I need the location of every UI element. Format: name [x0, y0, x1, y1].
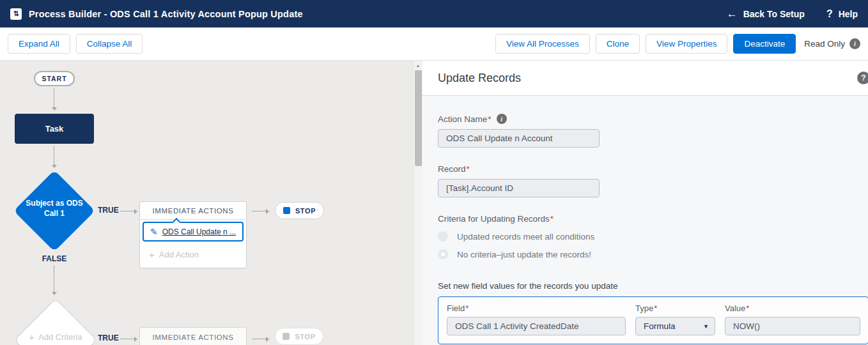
add-action-label: Add Action: [159, 250, 199, 259]
criteria-option-conditions: Updated records meet all conditions: [438, 231, 868, 241]
scrollbar-thumb[interactable]: [415, 70, 422, 166]
criteria-group: Criteria for Updating Records* Updated r…: [438, 214, 868, 259]
type-label-row: Type*: [635, 303, 715, 313]
immediate-actions-header: IMMEDIATE ACTIONS: [140, 202, 246, 220]
scrollbar-up-arrow-icon[interactable]: ▲: [414, 61, 422, 70]
toolbar: Expand All Collapse All View All Process…: [0, 27, 868, 61]
back-to-setup-link[interactable]: ← Back To Setup: [727, 8, 805, 20]
required-asterisk: *: [654, 303, 657, 313]
main-area: START Task Subject as ODS Call 1 TRUE IM…: [0, 61, 868, 345]
action-ods-call-update[interactable]: ✎ ODS Call Update n ...: [143, 222, 244, 241]
connector-false-next: [54, 265, 54, 295]
false-branch-label: FALSE: [41, 254, 68, 263]
record-label-row: Record*: [438, 164, 868, 174]
stop-node: STOP: [275, 202, 324, 219]
stop-square-icon: [283, 333, 290, 340]
connector-true-actions: [120, 211, 137, 211]
set-values-heading: Set new field values for the records you…: [438, 281, 868, 291]
connector-start-task: [54, 88, 54, 110]
required-asterisk: *: [488, 114, 491, 124]
help-label: Help: [839, 9, 858, 19]
header-actions: ← Back To Setup ? Help: [727, 8, 858, 20]
help-link[interactable]: ? Help: [826, 8, 858, 20]
value-label-row: Value*: [725, 303, 860, 313]
process-builder-app-icon: ⇅: [10, 8, 22, 20]
record-group: Record* [Task].Account ID: [438, 164, 868, 197]
action-name-label-row: Action Name* i: [438, 114, 868, 124]
canvas-scrollbar[interactable]: ▲: [413, 61, 422, 345]
action-name-group: Action Name* i ODS Call Update n Account: [438, 114, 868, 148]
expand-all-button[interactable]: Expand All: [8, 34, 70, 54]
stop-label-2: STOP: [295, 333, 315, 341]
value-label: Value*: [725, 303, 749, 313]
type-dropdown-value: Formula: [644, 321, 676, 331]
decision-node-subject-as-ods-call-1[interactable]: [13, 170, 95, 251]
connector-true-actions-2: [120, 339, 137, 339]
true-branch-label-2: TRUE: [98, 334, 119, 342]
plus-icon: +: [149, 249, 155, 260]
required-asterisk: *: [467, 164, 470, 174]
value-input: NOW(): [725, 317, 860, 335]
task-node[interactable]: Task: [15, 114, 94, 144]
radio-unselected-icon: [438, 231, 448, 241]
immediate-actions-header-2: IMMEDIATE ACTIONS: [140, 328, 246, 345]
immediate-actions-box-2: IMMEDIATE ACTIONS: [139, 327, 247, 345]
value-column: Value* NOW(): [725, 303, 860, 335]
back-arrow-icon: ←: [727, 8, 738, 20]
criteria-label-row: Criteria for Updating Records*: [438, 214, 868, 224]
action-link-label: ODS Call Update n ...: [162, 227, 236, 236]
radio-selected-icon: [438, 249, 448, 259]
required-asterisk: *: [550, 214, 554, 224]
type-label: Type*: [635, 303, 657, 313]
question-mark-icon: ?: [826, 8, 833, 20]
criteria-option-label: No criteria–just update the records!: [457, 250, 591, 259]
connector-actions-stop-2: [252, 339, 268, 339]
true-branch-label: TRUE: [98, 206, 119, 215]
field-column: Field* ODS Call 1 Activity CreatedDate: [447, 303, 626, 335]
back-to-setup-label: Back To Setup: [743, 9, 805, 19]
connector-actions-stop: [252, 211, 268, 211]
read-only-label: Read Only: [804, 39, 845, 49]
field-label: Field*: [447, 303, 469, 313]
update-records-panel: Update Records ? Action Name* i ODS Call…: [422, 61, 868, 345]
toolbar-left: Expand All Collapse All: [8, 34, 143, 54]
field-input: ODS Call 1 Activity CreatedDate: [447, 317, 626, 335]
record-input: [Task].Account ID: [438, 179, 600, 197]
type-dropdown: Formula ▼: [635, 317, 715, 335]
deactivate-button[interactable]: Deactivate: [733, 34, 796, 54]
criteria-option-label: Updated records meet all conditions: [457, 232, 594, 241]
clone-button[interactable]: Clone: [596, 34, 640, 54]
add-action-button[interactable]: + Add Action: [149, 249, 199, 260]
action-name-label: Action Name*: [438, 114, 492, 124]
stop-node-2: STOP: [275, 328, 323, 345]
start-node: START: [34, 71, 75, 86]
criteria-label: Criteria for Updating Records*: [438, 214, 554, 224]
add-criteria-button[interactable]: + Add Criteria: [13, 332, 98, 342]
read-only-info-icon[interactable]: i: [849, 38, 860, 49]
type-column: Type* Formula ▼: [635, 303, 715, 335]
panel-header: Update Records ?: [422, 61, 868, 96]
read-only-status: Read Only i: [804, 38, 860, 49]
action-name-input: ODS Call Update n Account: [438, 129, 600, 148]
action-name-info-icon[interactable]: i: [497, 114, 507, 124]
view-properties-button[interactable]: View Properties: [646, 34, 727, 54]
record-label: Record*: [438, 164, 470, 174]
page-title: Process Builder - ODS Call 1 Activity Ac…: [29, 9, 303, 19]
field-label-row: Field*: [447, 303, 626, 313]
criteria-option-no-criteria: No criteria–just update the records!: [438, 249, 868, 259]
connector-task-decision: [54, 146, 54, 167]
add-criteria-label: Add Criteria: [38, 332, 82, 342]
stop-square-icon: [283, 207, 290, 214]
required-asterisk: *: [746, 303, 749, 313]
process-canvas: START Task Subject as ODS Call 1 TRUE IM…: [0, 61, 413, 345]
required-asterisk: *: [465, 303, 469, 313]
app-header: ⇅ Process Builder - ODS Call 1 Activity …: [0, 0, 868, 27]
panel-help-icon[interactable]: ?: [857, 72, 868, 84]
panel-title: Update Records: [438, 72, 521, 85]
collapse-all-button[interactable]: Collapse All: [76, 34, 143, 54]
immediate-actions-box: IMMEDIATE ACTIONS ✎ ODS Call Update n ..…: [139, 201, 247, 268]
field-values-row: Field* ODS Call 1 Activity CreatedDate T…: [438, 296, 868, 344]
caret-down-icon: ▼: [703, 323, 709, 330]
pencil-icon: ✎: [150, 227, 158, 237]
view-all-processes-button[interactable]: View All Processes: [495, 34, 590, 54]
